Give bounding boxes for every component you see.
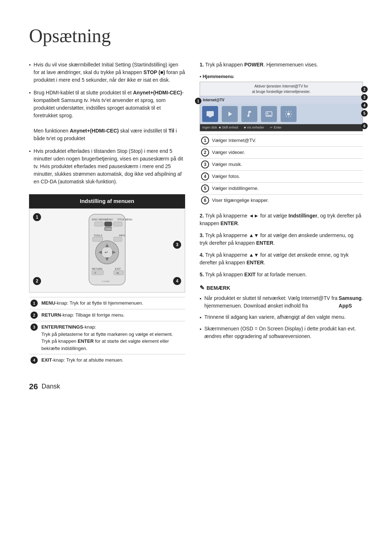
steps-list: 2. Tryk på knapperne ◄► for at vælge Ind… — [200, 212, 363, 278]
annotation-row-3: 3 ENTER/RETNINGS-knap: Tryk på piletaste… — [29, 321, 185, 354]
intro-bullets: Hvis du vil vise skærmbilledet Initial S… — [29, 61, 185, 186]
callout-l1: 1 — [195, 97, 201, 105]
callout-r3: 3 — [361, 93, 368, 101]
hjemme-num-1: 1 — [201, 137, 209, 145]
screen-menu-label: Internet@TV — [200, 96, 363, 104]
hjemme-row-5: 5 Vælger indstillingerne. — [200, 183, 363, 195]
bullet-3: Hvis produktet efterlades i tilstanden S… — [29, 147, 185, 186]
screen-bottom-bar: Ingen disk ■ Skift enhed ■ Vis enheder ↵… — [200, 124, 363, 131]
hjemme-row-6: 6 Viser tilgængelige knapper. — [200, 195, 363, 207]
hjemme-text-4: Vælger fotos. — [211, 171, 363, 183]
callout-2: 2 — [33, 277, 41, 285]
hjemme-num-4: 4 — [201, 172, 209, 180]
annotation-num-2: 2 — [30, 312, 38, 319]
callout-r4: 4 — [361, 101, 368, 109]
svg-text:↺: ↺ — [94, 272, 96, 274]
hjemme-num-2: 2 — [201, 149, 209, 156]
annotation-row-2: 2 RETURN-knap: Tilbage til forrige menu. — [29, 309, 185, 321]
note-icon: ✎ — [200, 284, 204, 292]
callout-3: 3 — [173, 241, 181, 249]
step-3: 3. Tryk på knapperne ▲▼ for at vælge den… — [200, 232, 363, 247]
screen-icon-3 — [241, 106, 257, 122]
screen-icon-4 — [261, 106, 277, 122]
page-footer: 26 Dansk — [29, 381, 363, 392]
svg-rect-27 — [207, 111, 214, 116]
step-5: 5. Tryk på knappen EXIT for at forlade m… — [200, 271, 363, 278]
step-1: 1. Tryk på knappen POWER. Hjemmemenuen v… — [200, 61, 363, 69]
hjemme-text-5: Vælger indstillingerne. — [211, 183, 363, 195]
screen-icons-row — [200, 104, 363, 124]
remote-annotations-table: 1 MENU-knap: Tryk for at flytte til hjem… — [29, 297, 185, 366]
page-number: 26 — [29, 381, 38, 392]
hjemme-text-6: Viser tilgængelige knapper. — [211, 195, 363, 207]
hjemme-label: • Hjemmemenu — [200, 73, 363, 80]
annotation-text-1: MENU-knap: Tryk for at flytte til hjemme… — [40, 297, 185, 309]
callout-r5: 5 — [361, 109, 368, 117]
svg-marker-29 — [228, 111, 232, 116]
right-column: 1. Tryk på knappen POWER. Hjemmemenuen v… — [200, 61, 363, 366]
svg-text:◄|: ◄| — [116, 272, 119, 274]
annotation-num-1: 1 — [30, 300, 38, 307]
hjemme-num-5: 5 — [201, 184, 209, 192]
hjemme-row-2: 2 Vælger videoer. — [200, 147, 363, 159]
svg-text:EXIT: EXIT — [115, 268, 121, 270]
hjemme-num-6: 6 — [201, 196, 209, 204]
callout-r6: 6 — [361, 122, 368, 130]
note-bullet-3: Skærmmenuen (OSD = On Screen Display) i … — [200, 325, 363, 340]
note-box: ✎ BEMÆRK Når produktet er sluttet til ne… — [200, 284, 363, 340]
svg-point-31 — [267, 113, 269, 114]
screen-icon-active — [202, 106, 218, 122]
screen-top-text: Aktiver tjenesten Internet@TV forat brug… — [200, 82, 363, 96]
svg-point-32 — [287, 113, 290, 115]
svg-rect-5 — [105, 222, 112, 226]
hjemme-table: 1 Vælger Internet@TV. 2 Vælger videoer. … — [200, 134, 363, 206]
annotation-text-3: ENTER/RETNINGS-knap: Tryk på piletastern… — [40, 321, 185, 354]
bullet-1: Hvis du vil vise skærmbilledet Initial S… — [29, 61, 185, 84]
svg-text:POPUP: POPUP — [106, 228, 113, 230]
section-header: Indstilling af menuen — [29, 194, 185, 208]
svg-rect-4 — [94, 222, 103, 226]
svg-text:DISC MENU: DISC MENU — [92, 218, 106, 221]
annotation-row-1: 1 MENU-knap: Tryk for at flytte til hjem… — [29, 297, 185, 309]
svg-text:MENU: MENU — [105, 218, 113, 221]
callout-4: 4 — [173, 277, 181, 285]
svg-text:RETURN: RETURN — [92, 268, 102, 270]
note-bullet-1: Når produktet er sluttet til netværket: … — [200, 294, 363, 310]
svg-text:TITLE MENU: TITLE MENU — [117, 218, 132, 221]
svg-text:TOOLS: TOOLS — [94, 234, 102, 237]
hjemme-screen: 2 3 4 5 1 6 Aktiver tjenesten Internet@T… — [200, 82, 363, 132]
svg-rect-6 — [113, 222, 122, 226]
bullet-2: Brug HDMI-kablet til at slutte produktet… — [29, 89, 185, 142]
note-title: ✎ BEMÆRK — [200, 284, 363, 292]
svg-text:INFO: INFO — [119, 234, 125, 237]
note-bullets: Når produktet er sluttet til netværket: … — [200, 294, 363, 340]
annotation-num-3: 3 — [30, 324, 38, 331]
hjemme-text-2: Vælger videoer. — [211, 147, 363, 159]
annotation-row-4: 4 EXIT-knap: Tryk for at afslutte menuen… — [29, 354, 185, 366]
page-title: Opsætning — [29, 22, 363, 50]
callout-1: 1 — [33, 213, 41, 221]
hjemme-row-3: 3 Vælger musik. — [200, 159, 363, 171]
left-column: Hvis du vil vise skærmbilledet Initial S… — [29, 61, 185, 366]
hjemme-text-1: Vælger Internet@TV. — [211, 135, 363, 147]
step-2: 2. Tryk på knapperne ◄► for at vælge Ind… — [200, 212, 363, 227]
annotation-text-4: EXIT-knap: Tryk for at afslutte menuen. — [40, 354, 185, 366]
page-language: Dansk — [41, 382, 60, 391]
svg-rect-12 — [114, 237, 122, 241]
annotation-text-2: RETURN-knap: Tilbage til forrige menu. — [40, 309, 185, 321]
svg-text:T-AABB: T-AABB — [102, 280, 109, 282]
screen-icon-2 — [222, 106, 238, 122]
hjemme-text-3: Vælger musik. — [211, 159, 363, 171]
remote-svg: DISC MENU MENU TITLE MENU POPUP TOOLS IN… — [71, 212, 143, 289]
remote-illustration: DISC MENU MENU TITLE MENU POPUP TOOLS IN… — [29, 208, 185, 293]
svg-text:↵: ↵ — [105, 250, 108, 255]
step-4: 4. Tryk på knapperne ▲▼ for at vælge det… — [200, 251, 363, 267]
hjemme-num-3: 3 — [201, 160, 209, 168]
screen-icon-5 — [281, 106, 297, 122]
note-bullet-2: Trinnene til adgang kan variere, afhængi… — [200, 313, 363, 321]
svg-rect-21 — [92, 270, 103, 275]
svg-rect-28 — [209, 116, 212, 117]
hjemme-row-1: 1 Vælger Internet@TV. — [200, 135, 363, 147]
callout-r2: 2 — [361, 85, 368, 93]
svg-rect-11 — [93, 237, 103, 241]
